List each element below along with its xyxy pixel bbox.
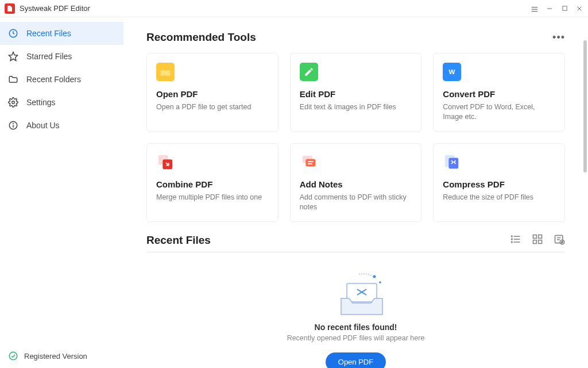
app-logo-icon (5, 3, 15, 14)
content-area: Recommended Tools ••• Open PDF Open a PD… (123, 17, 588, 368)
svg-point-12 (13, 123, 14, 124)
gear-icon (8, 97, 18, 108)
svg-point-28 (512, 239, 513, 240)
tool-desc: Convert PDF to Word, Excel, Image etc. (443, 102, 555, 122)
app-title: Systweak PDF Editor (20, 4, 531, 13)
svg-rect-32 (533, 240, 537, 243)
sidebar-item-label: Settings (26, 98, 56, 107)
svg-rect-30 (533, 235, 537, 238)
recent-files-title: Recent Files (146, 234, 211, 247)
list-view-icon[interactable] (510, 233, 521, 247)
tool-title: Compress PDF (443, 179, 555, 189)
svg-rect-19 (305, 159, 315, 166)
svg-rect-23 (449, 158, 459, 168)
sidebar-item-label: Starred Files (26, 52, 72, 61)
titlebar: Systweak PDF Editor (0, 0, 588, 17)
tool-compress-pdf[interactable]: Compress PDF Reduce the size of PDF file… (433, 143, 565, 222)
convert-pdf-icon: W (443, 63, 461, 81)
tool-desc: Reduce the size of PDF files (443, 193, 555, 202)
tool-title: Add Notes (300, 179, 412, 189)
tool-title: Open PDF (156, 89, 269, 99)
sidebar-item-label: Recent Files (26, 29, 71, 38)
combine-pdf-icon (156, 153, 175, 171)
star-icon (8, 51, 18, 62)
registered-label: Registered Version (24, 352, 87, 361)
svg-point-9 (12, 101, 15, 104)
sidebar: Recent Files Starred Files Recent Folder… (0, 17, 123, 368)
grid-view-icon[interactable] (532, 233, 543, 247)
tool-desc: Merge multiple PDF files into one (156, 193, 269, 202)
close-icon[interactable] (575, 5, 583, 13)
check-circle-icon (8, 351, 18, 361)
recommended-tools-title: Recommended Tools (146, 31, 256, 44)
svg-rect-4 (562, 6, 566, 10)
sidebar-item-settings[interactable]: Settings (0, 91, 123, 114)
empty-title: No recent files found! (315, 323, 397, 332)
sidebar-item-label: Recent Folders (26, 75, 81, 84)
tool-combine-pdf[interactable]: Combine PDF Merge multiple PDF files int… (146, 143, 278, 222)
tool-desc: Open a PDF file to get started (156, 102, 269, 112)
clock-icon (8, 28, 18, 39)
tool-desc: Add comments to PDF with sticky notes (300, 193, 412, 212)
sidebar-item-recent-folders[interactable]: Recent Folders (0, 68, 123, 91)
svg-point-13 (9, 352, 17, 360)
tool-desc: Edit text & images in PDF files (300, 102, 412, 112)
sidebar-item-about-us[interactable]: About Us (0, 114, 123, 137)
edit-pdf-icon (300, 63, 318, 81)
tool-convert-pdf[interactable]: W Convert PDF Convert PDF to Word, Excel… (433, 53, 565, 132)
add-notes-icon (300, 153, 318, 171)
empty-subtitle: Recently opened PDF files will appear he… (287, 334, 425, 342)
empty-illustration-icon (333, 270, 385, 316)
registered-status: Registered Version (0, 344, 123, 368)
open-pdf-icon (156, 63, 175, 81)
open-pdf-button[interactable]: Open PDF (326, 352, 386, 369)
svg-point-40 (373, 275, 376, 278)
window-controls (531, 5, 583, 13)
folder-icon (8, 74, 18, 85)
tool-title: Combine PDF (156, 179, 269, 189)
minimize-icon[interactable] (546, 5, 554, 13)
tool-title: Edit PDF (300, 89, 412, 99)
sidebar-item-label: About Us (26, 121, 60, 130)
svg-rect-33 (539, 240, 542, 243)
svg-rect-31 (539, 235, 542, 238)
divider (146, 252, 565, 252)
svg-text:W: W (449, 68, 455, 75)
more-icon[interactable]: ••• (552, 32, 565, 44)
svg-point-29 (512, 241, 513, 243)
info-icon (8, 120, 18, 131)
tool-open-pdf[interactable]: Open PDF Open a PDF file to get started (146, 53, 278, 132)
sidebar-item-starred-files[interactable]: Starred Files (0, 45, 123, 68)
svg-marker-8 (9, 52, 18, 61)
scrollbar[interactable] (583, 40, 587, 172)
svg-point-27 (512, 236, 513, 237)
menu-icon[interactable] (531, 5, 539, 13)
empty-state: No recent files found! Recently opened P… (146, 264, 565, 369)
tools-grid: Open PDF Open a PDF file to get started … (146, 53, 565, 222)
view-toggles (510, 233, 565, 247)
tool-title: Convert PDF (443, 89, 555, 99)
tool-edit-pdf[interactable]: Edit PDF Edit text & images in PDF files (290, 53, 422, 132)
compress-pdf-icon (443, 153, 461, 171)
tool-add-notes[interactable]: Add Notes Add comments to PDF with stick… (290, 143, 422, 222)
maximize-icon[interactable] (560, 5, 568, 13)
clear-list-icon[interactable] (554, 233, 565, 247)
sidebar-item-recent-files[interactable]: Recent Files (0, 22, 123, 45)
